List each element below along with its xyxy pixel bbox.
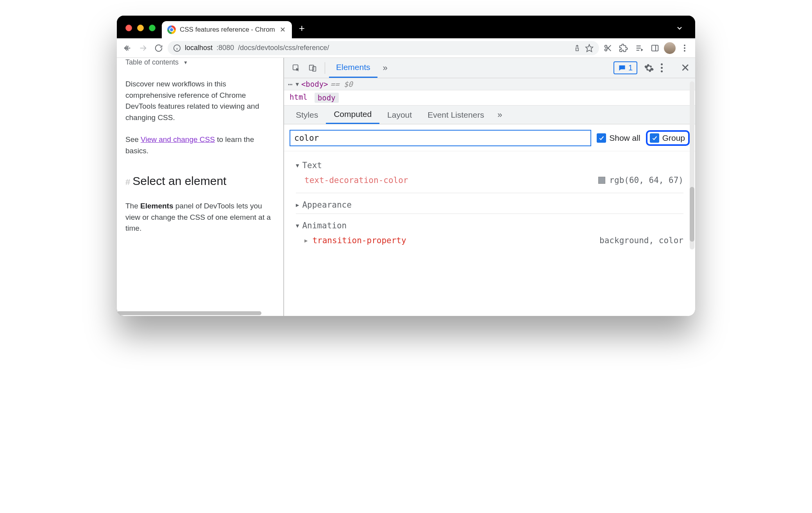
collapse-triangle-icon: ▶	[296, 202, 299, 208]
color-swatch-icon[interactable]	[598, 177, 605, 184]
tab-computed[interactable]: Computed	[326, 106, 379, 124]
computed-groups: ▼ Text text-decoration-color rgb(60, 64,…	[284, 151, 695, 260]
tab-styles[interactable]: Styles	[288, 106, 326, 124]
group-animation-header[interactable]: ▼ Animation	[296, 221, 683, 230]
devtools-panel: Elements 1 ✕ ⋯ ▼ <body> == $0	[283, 58, 695, 316]
bookmark-star-icon[interactable]	[585, 44, 594, 52]
view-change-css-link[interactable]: View and change CSS	[141, 135, 215, 143]
svg-point-7	[605, 45, 607, 47]
see-paragraph: See View and change CSS to learn the bas…	[125, 134, 272, 156]
address-bar[interactable]: localhost:8080/docs/devtools/css/referen…	[168, 41, 599, 55]
group-animation-label: Animation	[302, 221, 347, 230]
group-text-header[interactable]: ▼ Text	[296, 161, 683, 170]
url-host: localhost	[185, 44, 213, 52]
devtools-toolbar: Elements 1 ✕	[284, 58, 695, 78]
dom-tag: <body>	[301, 80, 328, 88]
url-path: /docs/devtools/css/reference/	[238, 44, 329, 52]
group-text-label: Text	[302, 161, 322, 170]
intro-paragraph: Discover new workflows in this comprehen…	[125, 79, 272, 123]
svg-rect-17	[309, 65, 314, 70]
inspect-element-icon[interactable]	[288, 60, 304, 76]
ellipsis-icon: ⋯	[288, 80, 293, 88]
svg-point-8	[605, 48, 607, 50]
group-appearance-header[interactable]: ▶ Appearance	[296, 196, 683, 214]
reload-button[interactable]	[152, 41, 165, 55]
elements-paragraph: The Elements panel of DevTools lets you …	[125, 201, 272, 234]
tab-layout[interactable]: Layout	[379, 106, 420, 124]
scissors-icon[interactable]	[601, 41, 615, 55]
window-controls	[122, 25, 162, 38]
back-button[interactable]	[121, 41, 134, 55]
horizontal-scrollbar[interactable]	[117, 311, 283, 315]
vertical-scrollbar[interactable]	[690, 81, 694, 249]
tab-event-listeners[interactable]: Event Listeners	[420, 106, 492, 124]
share-icon[interactable]	[573, 44, 581, 52]
show-all-checkbox[interactable]: Show all	[597, 133, 640, 143]
browser-window: CSS features reference - Chrom ✕ + local…	[117, 16, 695, 316]
expand-triangle-icon: ▼	[296, 222, 299, 229]
checkbox-checked-icon	[597, 133, 606, 143]
breadcrumb-html[interactable]: html	[290, 93, 308, 103]
issues-badge[interactable]: 1	[613, 61, 637, 74]
expand-triangle-icon[interactable]: ▼	[295, 81, 299, 87]
issues-count: 1	[628, 63, 633, 72]
breadcrumb-body[interactable]: body	[315, 93, 339, 103]
toc-label: Table of contents	[125, 58, 179, 68]
more-panel-tabs-icon[interactable]: »	[497, 110, 502, 120]
styles-panel-tabs: Styles Computed Layout Event Listeners »	[284, 106, 695, 124]
dom-breadcrumb: html body	[284, 90, 695, 106]
media-icon[interactable]	[633, 41, 646, 55]
site-info-icon[interactable]	[173, 44, 181, 52]
url-port: :8080	[216, 44, 234, 52]
property-name: transition-property	[312, 236, 406, 245]
side-panel-icon[interactable]	[648, 41, 662, 55]
minimize-window-button[interactable]	[137, 25, 144, 31]
extensions-icon[interactable]	[617, 41, 630, 55]
devtools-menu-icon[interactable]	[661, 63, 673, 72]
svg-rect-14	[652, 45, 658, 51]
browser-menu-button[interactable]	[678, 41, 691, 55]
checkbox-checked-icon	[650, 133, 659, 143]
new-tab-button[interactable]: +	[292, 22, 312, 38]
show-all-label: Show all	[609, 133, 640, 143]
property-name: text-decoration-color	[304, 176, 408, 185]
section-heading: Select an element	[132, 172, 226, 190]
profile-avatar[interactable]	[664, 42, 676, 54]
group-appearance-label: Appearance	[302, 200, 351, 210]
close-devtools-icon[interactable]: ✕	[679, 61, 691, 74]
browser-toolbar: localhost:8080/docs/devtools/css/referen…	[117, 38, 695, 58]
group-checkbox[interactable]: Group	[646, 130, 690, 146]
property-value: background, color	[599, 236, 683, 245]
chrome-favicon-icon	[167, 25, 176, 34]
property-row[interactable]: ▶ transition-property background, color	[296, 230, 683, 253]
dom-selected-indicator: == $0	[331, 80, 353, 88]
expand-triangle-icon: ▼	[296, 162, 299, 169]
property-value: rgb(60, 64, 67)	[598, 176, 683, 185]
device-toolbar-icon[interactable]	[304, 60, 321, 76]
property-row[interactable]: text-decoration-color rgb(60, 64, 67)	[296, 170, 683, 193]
computed-filter-row: Show all Group	[284, 124, 695, 151]
collapse-triangle-icon: ▶	[304, 237, 308, 244]
heading-row: # Select an element	[125, 172, 272, 190]
content-area: Table of contents ▼ Discover new workflo…	[117, 58, 695, 316]
chevron-down-icon: ▼	[183, 59, 188, 66]
settings-icon[interactable]	[643, 63, 655, 73]
forward-button[interactable]	[136, 41, 150, 55]
elements-tab[interactable]: Elements	[329, 58, 377, 78]
group-label: Group	[662, 133, 685, 143]
page-content: Table of contents ▼ Discover new workflo…	[117, 58, 283, 316]
tab-title: CSS features reference - Chrom	[180, 26, 275, 34]
tabs-dropdown-icon[interactable]	[669, 24, 690, 38]
anchor-hash-icon[interactable]: #	[125, 176, 130, 188]
maximize-window-button[interactable]	[149, 25, 156, 31]
svg-marker-6	[586, 44, 593, 51]
filter-input[interactable]	[290, 130, 591, 146]
dom-tree-row[interactable]: ⋯ ▼ <body> == $0	[284, 78, 695, 90]
more-tabs-icon[interactable]	[377, 63, 388, 73]
svg-rect-18	[313, 66, 316, 71]
browser-tab[interactable]: CSS features reference - Chrom ✕	[162, 21, 292, 38]
close-tab-icon[interactable]: ✕	[279, 25, 286, 34]
tab-strip: CSS features reference - Chrom ✕ +	[117, 16, 695, 38]
close-window-button[interactable]	[125, 25, 132, 31]
toc-toggle[interactable]: Table of contents ▼	[125, 58, 272, 68]
